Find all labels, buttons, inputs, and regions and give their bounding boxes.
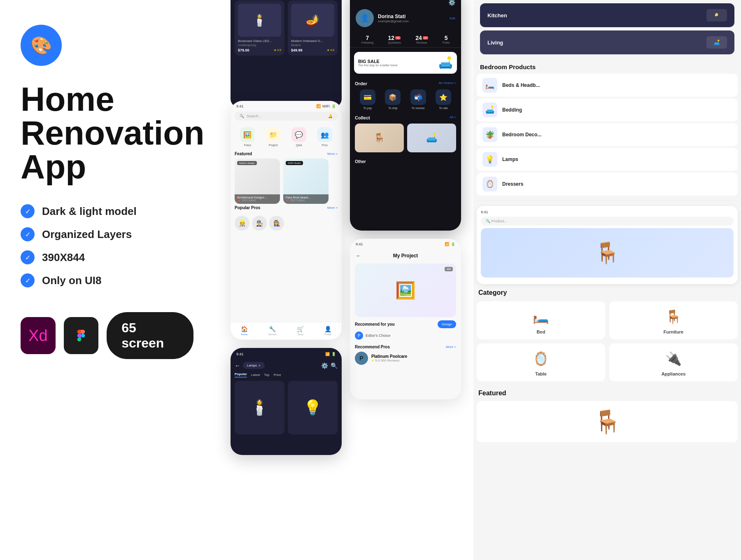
quick-pros[interactable]: 👥 Pros [317,127,332,147]
recommend-section: Recommend for you Design P Editor's Choi… [350,317,461,343]
nav-shop[interactable]: 🛒 Shop [297,326,304,336]
kitchen-category[interactable]: Kitchen 🍳 [480,3,734,27]
screens-area: $89.99 ★ 4.9 $99.99 ★ 4.8 🕯️ Bookcase Gl… [222,0,478,560]
pro-avatar-1: 👷 [235,216,249,231]
product-image-lamp1: 🕯️ [238,4,281,37]
product-search-icon: 🔍 [486,219,490,223]
nav-home[interactable]: 🏠 Home [241,326,248,336]
cat-grid-furniture[interactable]: 🪑 Furniture [609,301,738,339]
recommend-pros-more[interactable]: More > [446,345,456,349]
product-search-panel: 9:41 🔍 Product... 🪑 [477,206,738,284]
to-ship-icon: 📦 [385,89,401,105]
cat-bedding[interactable]: 🛋️ Bedding [477,98,738,121]
notification-icon: 🔔 [328,114,333,118]
category-section-title: Category [477,289,738,296]
category-list: 🛏️ Beds & Headb... 🛋️ Bedding 🪴 Bedroom … [473,74,741,196]
cat-grid-bed[interactable]: 🛏️ Bed [477,301,605,339]
check-icon-resolution: ✓ [21,250,35,264]
project-status-bar: 9:41 📶 🔋 [350,239,461,248]
recommend-pros-section: Recommend Pros More > P Platinum Poolcar… [350,343,461,366]
featured-title-2: Face Rock beach... 🔖 256 Collect [283,194,329,204]
filter-tabs: Popular Latest Top Price [235,372,338,378]
tab-top[interactable]: Top [264,372,270,378]
back-button[interactable]: ← [356,252,361,259]
logo-icon: 🎨 [30,35,52,56]
recommend-header: Recommend for you Design [355,320,456,328]
cat-beds[interactable]: 🛏️ Beds & Headb... [477,74,738,97]
quick-qa[interactable]: 💬 Q&A [291,127,306,147]
qa-icon: 💬 [291,127,306,142]
design-button[interactable]: Design [438,320,456,328]
lamp-card-1[interactable]: 🕯️ [235,381,284,434]
lamp-card-2[interactable]: 💡 [288,381,338,434]
table-grid-icon: 🪞 [533,348,549,369]
collect-header: Collect All > [355,115,456,120]
sale-banner[interactable]: BIG SALE The first step for a better hom… [354,52,457,74]
feature-text-platform: Only on UI8 [42,274,101,287]
collect-image-2[interactable]: 🛋️ [407,124,456,152]
profile-info: Dorina Stati example@gmail.com [378,14,450,23]
collect-image-1[interactable]: 🪑 [355,124,404,152]
editors-choice-icon: P [355,331,363,340]
cat-bedroom-deco[interactable]: 🪴 Bedroom Deco... [477,123,738,146]
order-icons-row: 💳 To pay 📦 To ship 📬 To receive ⭐ To rat… [355,89,456,110]
tab-latest[interactable]: Latest [251,372,260,378]
featured-title-right: Featured [477,390,738,397]
product-search-bar[interactable]: 🔍 Product... [481,217,734,226]
order-to-pay[interactable]: 💳 To pay [360,89,375,110]
status-bar-home: 9:41 📶 WiFi 🔋 [231,101,342,110]
lamps-tag[interactable]: Lamps × [243,362,265,369]
search-icon-lamps[interactable]: 🔍 [331,362,338,369]
filter-icon[interactable]: ⚙️ [321,362,328,369]
settings-icon[interactable]: ⚙️ [448,0,455,6]
lamps-tag-row: ← Lamps × ⚙️ 🔍 [235,362,338,369]
order-header: Order All Orders > [355,81,456,86]
cat-grid-appliances[interactable]: 🔌 Appliances [609,343,738,381]
featured-more-link[interactable]: More > [327,152,338,156]
popular-pros-more[interactable]: More > [327,206,338,210]
cat-lamps[interactable]: 💡 Lamps [477,148,738,171]
nav-profile-btn[interactable]: 👤 Profile [324,326,331,336]
featured-card-2[interactable]: 2264 Studio Face Rock beach... 🔖 256 Col… [283,159,329,204]
to-pay-icon: 💳 [360,89,375,105]
order-to-receive[interactable]: 📬 To receive [410,89,426,110]
order-all-link[interactable]: All Orders > [439,81,456,86]
edit-profile-button[interactable]: Edit [450,16,455,20]
avatar: 👤 [356,9,374,27]
cat-dressers[interactable]: 🪞 Dressers [477,173,738,196]
nav-service[interactable]: 🔧 Service [268,326,277,336]
featured-title-1: Architectural Designs ... 🔖 156 Collect [235,194,280,204]
phone-lamps-search: 9:41 📶 🔋 ← Lamps × ⚙️ 🔍 Popular Latest T… [231,348,342,455]
logo-circle: 🎨 [21,25,62,66]
lamps-grid: 🕯️ 💡 [235,381,338,434]
cat-grid-table[interactable]: 🪞 Table [477,343,605,381]
dressers-icon: 🪞 [482,177,497,191]
featured-card-1[interactable]: Interior design Architectural Designs ..… [235,159,280,204]
living-category[interactable]: Living 🛋️ [480,30,734,54]
ar-badge: AR [445,267,453,271]
kitchen-image: 🍳 [706,9,727,21]
photos-icon: 🖼️ [240,127,255,142]
quick-photos[interactable]: 🖼️ Fotos [240,127,255,147]
featured-section-header: Featured More > [231,150,342,159]
tab-popular[interactable]: Popular [235,372,247,378]
quick-project[interactable]: 📁 Project [266,127,281,147]
order-to-rate[interactable]: ⭐ To rate [436,89,451,110]
other-section: Other [350,155,461,167]
lamps-back-button[interactable]: ← [235,362,240,369]
figma-icon [64,317,99,354]
top-categories: Kitchen 🍳 Living 🛋️ [473,3,741,54]
project-icon: 📁 [266,127,281,142]
pro-avatar-3: 👩‍🏭 [269,216,284,231]
stat-following: 7 Following [361,35,374,44]
tab-price[interactable]: Price [273,372,281,378]
collect-all-link[interactable]: All > [450,115,456,120]
project-main-image: 🖼️ AR [355,264,456,317]
category-grid-section: Category 🛏️ Bed 🪑 Furniture 🪞 Table 🔌 Ap… [473,284,741,386]
order-to-ship[interactable]: 📦 To ship [385,89,401,110]
featured-chair-card[interactable]: 🪑 [477,401,738,442]
pros-icon: 👥 [317,127,332,142]
lamps-category-icon: 💡 [482,152,497,167]
chair-emoji: 🪑 [593,408,622,435]
search-bar-home[interactable]: 🔍 Search... 🔔 [235,112,338,121]
